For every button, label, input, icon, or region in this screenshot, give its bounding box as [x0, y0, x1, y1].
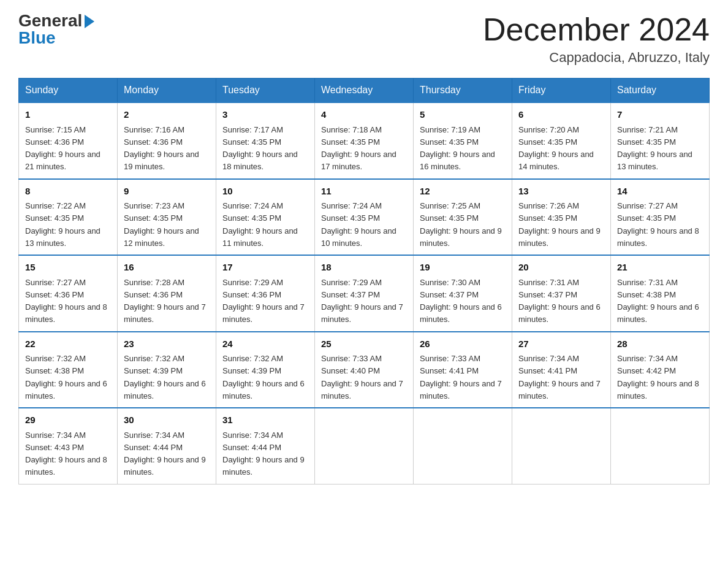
day-number: 28	[617, 337, 703, 351]
calendar-cell: 19 Sunrise: 7:30 AMSunset: 4:37 PMDaylig…	[414, 255, 512, 332]
week-row-4: 22 Sunrise: 7:32 AMSunset: 4:38 PMDaylig…	[19, 332, 710, 408]
day-info: Sunrise: 7:31 AMSunset: 4:37 PMDaylight:…	[518, 278, 601, 324]
day-info: Sunrise: 7:32 AMSunset: 4:39 PMDaylight:…	[222, 354, 305, 400]
calendar-cell: 30 Sunrise: 7:34 AMSunset: 4:44 PMDaylig…	[118, 408, 216, 484]
calendar-cell: 17 Sunrise: 7:29 AMSunset: 4:36 PMDaylig…	[216, 255, 315, 332]
day-number: 30	[124, 413, 210, 427]
day-info: Sunrise: 7:34 AMSunset: 4:44 PMDaylight:…	[222, 431, 305, 477]
calendar-cell: 29 Sunrise: 7:34 AMSunset: 4:43 PMDaylig…	[19, 408, 118, 484]
day-info: Sunrise: 7:21 AMSunset: 4:35 PMDaylight:…	[617, 125, 692, 172]
location-subtitle: Cappadocia, Abruzzo, Italy	[483, 50, 710, 66]
day-number: 29	[25, 413, 111, 427]
calendar-cell: 1 Sunrise: 7:15 AMSunset: 4:36 PMDayligh…	[19, 102, 118, 179]
col-friday: Friday	[512, 79, 611, 103]
calendar-cell: 13 Sunrise: 7:26 AMSunset: 4:35 PMDaylig…	[512, 179, 611, 256]
calendar-cell: 27 Sunrise: 7:34 AMSunset: 4:41 PMDaylig…	[512, 332, 611, 408]
day-number: 31	[222, 413, 308, 427]
day-info: Sunrise: 7:20 AMSunset: 4:35 PMDaylight:…	[518, 125, 594, 172]
calendar-cell: 24 Sunrise: 7:32 AMSunset: 4:39 PMDaylig…	[216, 332, 315, 408]
calendar-cell: 3 Sunrise: 7:17 AMSunset: 4:35 PMDayligh…	[216, 102, 315, 179]
day-number: 2	[124, 108, 210, 122]
day-number: 14	[617, 185, 703, 199]
day-number: 7	[617, 108, 703, 122]
day-number: 24	[222, 337, 308, 351]
day-info: Sunrise: 7:19 AMSunset: 4:35 PMDaylight:…	[420, 125, 495, 172]
day-info: Sunrise: 7:29 AMSunset: 4:36 PMDaylight:…	[222, 278, 305, 324]
day-number: 18	[321, 261, 407, 275]
day-info: Sunrise: 7:24 AMSunset: 4:35 PMDaylight:…	[321, 201, 396, 248]
calendar-cell: 14 Sunrise: 7:27 AMSunset: 4:35 PMDaylig…	[611, 179, 710, 256]
calendar-cell: 6 Sunrise: 7:20 AMSunset: 4:35 PMDayligh…	[512, 102, 611, 179]
day-number: 8	[25, 185, 111, 199]
calendar-cell	[414, 408, 512, 484]
calendar-cell: 26 Sunrise: 7:33 AMSunset: 4:41 PMDaylig…	[414, 332, 512, 408]
logo: General Blue	[18, 12, 94, 47]
calendar-cell	[315, 408, 414, 484]
logo-blue-text: Blue	[18, 29, 56, 47]
calendar-cell: 5 Sunrise: 7:19 AMSunset: 4:35 PMDayligh…	[414, 102, 512, 179]
day-number: 27	[518, 337, 604, 351]
day-number: 13	[518, 185, 604, 199]
day-number: 16	[124, 261, 210, 275]
day-info: Sunrise: 7:34 AMSunset: 4:43 PMDaylight:…	[25, 431, 107, 477]
day-number: 10	[222, 185, 308, 199]
calendar-cell: 21 Sunrise: 7:31 AMSunset: 4:38 PMDaylig…	[611, 255, 710, 332]
day-info: Sunrise: 7:29 AMSunset: 4:37 PMDaylight:…	[321, 278, 403, 324]
day-info: Sunrise: 7:22 AMSunset: 4:35 PMDaylight:…	[25, 201, 100, 248]
col-wednesday: Wednesday	[315, 79, 414, 103]
day-number: 1	[25, 108, 111, 122]
day-info: Sunrise: 7:17 AMSunset: 4:35 PMDaylight:…	[222, 125, 298, 172]
title-area: December 2024 Cappadocia, Abruzzo, Italy	[483, 12, 710, 66]
day-number: 22	[25, 337, 111, 351]
calendar-cell: 18 Sunrise: 7:29 AMSunset: 4:37 PMDaylig…	[315, 255, 414, 332]
calendar-cell: 22 Sunrise: 7:32 AMSunset: 4:38 PMDaylig…	[19, 332, 118, 408]
logo-general-text: General	[18, 12, 82, 29]
col-tuesday: Tuesday	[216, 79, 315, 103]
day-info: Sunrise: 7:30 AMSunset: 4:37 PMDaylight:…	[420, 278, 502, 324]
header-row: Sunday Monday Tuesday Wednesday Thursday…	[19, 79, 710, 103]
week-row-1: 1 Sunrise: 7:15 AMSunset: 4:36 PMDayligh…	[19, 102, 710, 179]
calendar-cell: 12 Sunrise: 7:25 AMSunset: 4:35 PMDaylig…	[414, 179, 512, 256]
month-title: December 2024	[483, 12, 710, 47]
col-thursday: Thursday	[414, 79, 512, 103]
day-info: Sunrise: 7:27 AMSunset: 4:35 PMDaylight:…	[617, 201, 699, 248]
calendar-cell: 4 Sunrise: 7:18 AMSunset: 4:35 PMDayligh…	[315, 102, 414, 179]
calendar-cell: 11 Sunrise: 7:24 AMSunset: 4:35 PMDaylig…	[315, 179, 414, 256]
day-number: 26	[420, 337, 506, 351]
day-number: 12	[420, 185, 506, 199]
calendar-cell	[611, 408, 710, 484]
day-info: Sunrise: 7:16 AMSunset: 4:36 PMDaylight:…	[124, 125, 199, 172]
day-info: Sunrise: 7:32 AMSunset: 4:39 PMDaylight:…	[124, 354, 206, 400]
day-number: 25	[321, 337, 407, 351]
day-number: 6	[518, 108, 604, 122]
day-number: 3	[222, 108, 308, 122]
day-info: Sunrise: 7:23 AMSunset: 4:35 PMDaylight:…	[124, 201, 199, 248]
week-row-5: 29 Sunrise: 7:34 AMSunset: 4:43 PMDaylig…	[19, 408, 710, 484]
day-number: 5	[420, 108, 506, 122]
logo-arrow-icon	[85, 15, 94, 28]
day-info: Sunrise: 7:26 AMSunset: 4:35 PMDaylight:…	[518, 201, 601, 248]
day-info: Sunrise: 7:33 AMSunset: 4:40 PMDaylight:…	[321, 354, 403, 400]
day-info: Sunrise: 7:34 AMSunset: 4:44 PMDaylight:…	[124, 431, 206, 477]
calendar-cell: 9 Sunrise: 7:23 AMSunset: 4:35 PMDayligh…	[118, 179, 216, 256]
day-info: Sunrise: 7:33 AMSunset: 4:41 PMDaylight:…	[420, 354, 502, 400]
week-row-3: 15 Sunrise: 7:27 AMSunset: 4:36 PMDaylig…	[19, 255, 710, 332]
day-info: Sunrise: 7:27 AMSunset: 4:36 PMDaylight:…	[25, 278, 107, 324]
col-monday: Monday	[118, 79, 216, 103]
day-info: Sunrise: 7:18 AMSunset: 4:35 PMDaylight:…	[321, 125, 396, 172]
day-info: Sunrise: 7:31 AMSunset: 4:38 PMDaylight:…	[617, 278, 699, 324]
day-number: 20	[518, 261, 604, 275]
day-info: Sunrise: 7:34 AMSunset: 4:42 PMDaylight:…	[617, 354, 699, 400]
day-info: Sunrise: 7:25 AMSunset: 4:35 PMDaylight:…	[420, 201, 502, 248]
col-saturday: Saturday	[611, 79, 710, 103]
day-number: 11	[321, 185, 407, 199]
day-number: 23	[124, 337, 210, 351]
calendar-cell: 31 Sunrise: 7:34 AMSunset: 4:44 PMDaylig…	[216, 408, 315, 484]
calendar-cell: 15 Sunrise: 7:27 AMSunset: 4:36 PMDaylig…	[19, 255, 118, 332]
day-number: 17	[222, 261, 308, 275]
col-sunday: Sunday	[19, 79, 118, 103]
calendar-cell: 10 Sunrise: 7:24 AMSunset: 4:35 PMDaylig…	[216, 179, 315, 256]
calendar-cell: 23 Sunrise: 7:32 AMSunset: 4:39 PMDaylig…	[118, 332, 216, 408]
calendar-cell: 20 Sunrise: 7:31 AMSunset: 4:37 PMDaylig…	[512, 255, 611, 332]
calendar-table: Sunday Monday Tuesday Wednesday Thursday…	[18, 78, 710, 484]
